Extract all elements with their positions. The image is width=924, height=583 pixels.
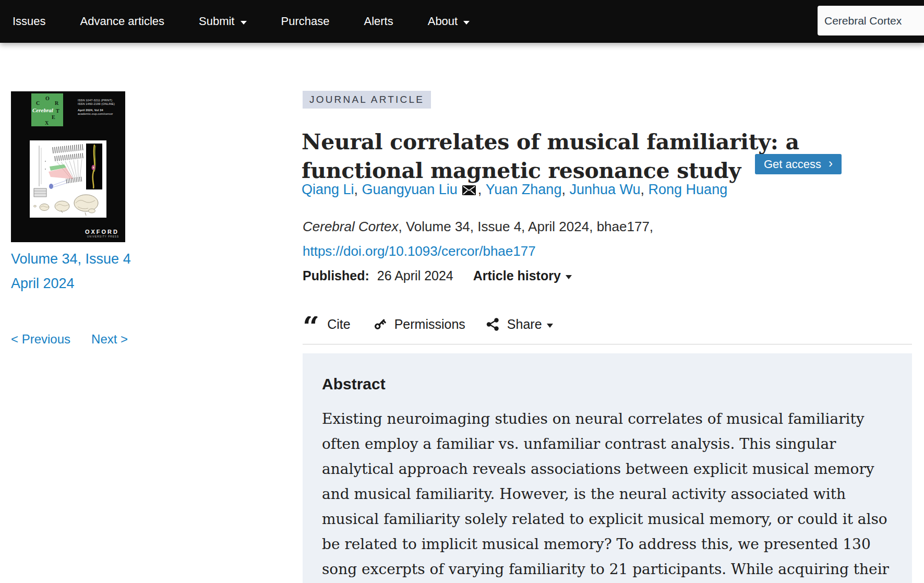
author-separator: , [561,182,569,198]
cover-letter-x: X [45,120,49,126]
author-link[interactable]: Rong Huang [649,182,728,198]
next-article-link[interactable]: Next > [91,332,128,347]
nav-item-issues[interactable]: Issues [13,15,46,28]
cover-artwork [30,140,106,218]
get-access-button[interactable]: Get access › [755,154,842,174]
share-button[interactable]: Share [486,317,553,332]
published-label: Published: [303,268,369,283]
nav-item-about-label: About [428,15,458,28]
author-link[interactable]: Junhua Wu [569,182,640,198]
nav-item-purchase[interactable]: Purchase [281,15,330,28]
abstract-heading: Abstract [322,375,891,393]
journal-cover-image[interactable]: C O R Cerebral T E X ISSN 1047-3211 (PRI… [11,91,125,242]
author-link-corresponding[interactable]: Guangyuan Liu [362,182,458,198]
nav-item-submit[interactable]: Submit [199,15,246,28]
nav-item-alerts[interactable]: Alerts [364,15,393,28]
article-type-badge: JOURNAL ARTICLE [303,91,431,109]
volume-issue-link[interactable]: Volume 34, Issue 4 [11,251,131,267]
author-list: Qiang Li, Guangyuan Liu, Yuan Zhang, Jun… [302,182,727,198]
permissions-button[interactable]: Permissions [373,317,465,332]
issue-date-link[interactable]: April 2024 [11,276,75,292]
cover-logo-block: C O R Cerebral T E X [31,93,63,126]
publisher-name: OXFORD [85,229,119,235]
author-separator: , [641,182,649,198]
get-access-label: Get access [764,158,821,171]
cite-label: Cite [327,317,350,332]
email-icon[interactable] [462,185,476,195]
publication-row: Published: 26 April 2024 Article history [303,268,572,283]
author-link[interactable]: Qiang Li [302,182,354,198]
publisher-tagline: UNIVERSITY PRESS [85,235,119,238]
cover-letter-c: C [36,100,40,106]
cover-artwork-illustration [30,140,106,218]
cover-issue-info: April 2024, Vol 34 [78,109,115,112]
section-divider [303,344,912,344]
author-link[interactable]: Yuan Zhang [486,182,562,198]
article-actions-row: “ Cite Permissions Share [303,312,553,336]
citation-line: Cerebral Cortex, Volume 34, Issue 4, Apr… [303,217,653,236]
cover-letter-e: E [52,114,55,120]
author-separator: , [478,182,486,198]
chevron-down-icon [241,21,247,25]
cover-issn-online: ISSN 1460-2199 (ONLINE) [78,102,115,106]
nav-menu: Issues Advance articles Submit Purchase … [0,0,924,43]
chevron-right-icon: › [829,158,833,169]
cover-letter-t: T [56,108,59,114]
chevron-down-icon [547,324,553,328]
abstract-section: Abstract Existing neuroimaging studies o… [303,353,912,583]
nav-item-submit-label: Submit [199,15,234,28]
previous-article-link[interactable]: < Previous [11,332,70,347]
journal-scope-search-box[interactable]: Cerebral Cortex [818,6,924,35]
article-pager: < Previous Next > [11,332,128,347]
article-history-label: Article history [473,268,561,283]
article-history-toggle[interactable]: Article history [473,268,572,283]
publisher-logo: OXFORD UNIVERSITY PRESS [85,229,119,238]
cover-letter-r: R [55,100,58,106]
author-separator: , [354,182,362,198]
cover-letter-o: O [45,96,50,101]
chevron-down-icon [463,21,470,25]
journal-name: Cerebral Cortex [303,219,399,234]
chevron-down-icon [566,275,572,279]
share-icon [486,318,499,331]
cover-issn-print: ISSN 1047-3211 (PRINT) [78,99,115,102]
nav-item-advance-articles[interactable]: Advance articles [80,15,164,28]
published-date: 26 April 2024 [377,268,453,283]
nav-item-about[interactable]: About [428,15,470,28]
cover-website: academic.oup.com/cercor [78,112,115,116]
article-title: Neural correlates of musical familiarity… [302,128,818,185]
permissions-label: Permissions [394,317,465,332]
cover-journal-name: Cerebral [32,107,53,113]
top-navigation-bar: Issues Advance articles Submit Purchase … [0,0,924,43]
doi-link[interactable]: https://doi.org/10.1093/cercor/bhae177 [303,243,536,259]
abstract-text: Existing neuroimaging studies on neural … [322,407,900,583]
cite-button[interactable]: “ Cite [303,314,351,334]
quote-icon: “ [303,316,319,336]
share-label: Share [507,317,542,332]
cover-issn-block: ISSN 1047-3211 (PRINT) ISSN 1460-2199 (O… [78,99,115,116]
citation-details: , Volume 34, Issue 4, April 2024, bhae17… [399,219,654,234]
key-icon [373,317,387,331]
